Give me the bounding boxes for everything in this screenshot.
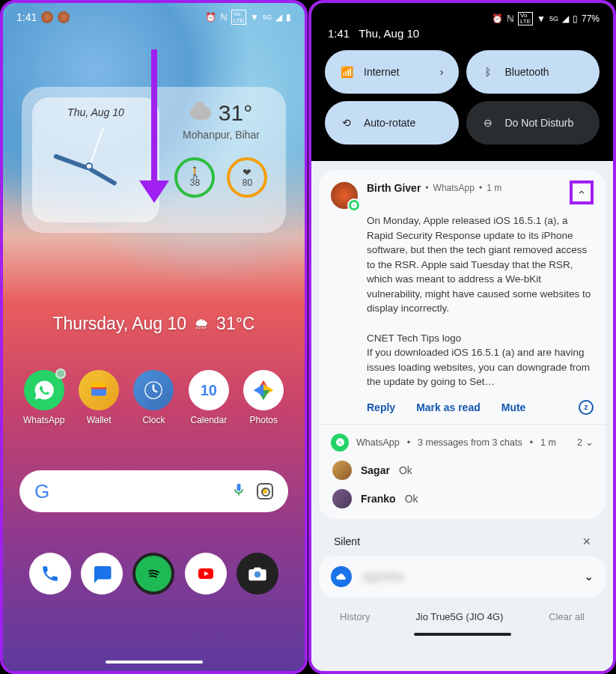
alarm-icon: ⏰ xyxy=(492,13,503,24)
wifi-icon: ▼ xyxy=(537,13,546,24)
battery-percent: 77% xyxy=(582,13,600,24)
conversation-item[interactable]: Sagar Ok xyxy=(332,461,594,480)
mark-read-button[interactable]: Mark as read xyxy=(416,401,481,413)
history-button[interactable]: History xyxy=(340,611,370,622)
wifi-icon: 📶 xyxy=(340,65,353,79)
notif-group-header[interactable]: WhatsApp • 3 messages from 3 chats • 1 m… xyxy=(331,434,594,452)
clear-all-button[interactable]: Clear all xyxy=(549,611,585,622)
dock-youtube[interactable] xyxy=(185,553,227,595)
collapse-button[interactable] xyxy=(570,180,594,204)
notifications-area[interactable]: Birth Giver • WhatsApp • 1 m On Monday, … xyxy=(311,161,613,671)
lens-icon[interactable] xyxy=(257,483,273,500)
status-time: 1:41 xyxy=(328,27,350,40)
rain-icon: 🌧 xyxy=(194,315,209,333)
shade-header: 1:41 Thu, Aug 10 xyxy=(311,27,613,50)
nav-handle[interactable] xyxy=(106,661,203,664)
nav-handle[interactable] xyxy=(414,633,511,636)
dock-camera[interactable] xyxy=(237,553,278,595)
shade-footer: History Jio True5G (JIO 4G) Clear all xyxy=(319,605,606,633)
volte-icon: VoLTE xyxy=(518,12,533,25)
cloud-icon xyxy=(190,106,211,120)
signal-5g-icon: 5G xyxy=(549,15,558,22)
status-bar: 1:41 ⏰ ℕ VoLTE ▼ 5G ◢ ▮ xyxy=(3,3,305,27)
group-app: WhatsApp xyxy=(356,437,400,448)
convo-name: Franko xyxy=(361,493,396,505)
group-time: 1 m xyxy=(540,437,556,448)
app-label: WhatsApp xyxy=(23,415,64,425)
bluetooth-icon: ᛒ xyxy=(481,65,495,79)
signal-5g-icon: 5G xyxy=(263,13,272,21)
location-label: Mohanpur, Bihar xyxy=(173,129,269,141)
app-whatsapp[interactable]: WhatsApp xyxy=(19,370,69,425)
group-count: 2 xyxy=(577,437,582,448)
qs-internet[interactable]: 📶 Internet › xyxy=(325,50,459,94)
notif-body: On Monday, Apple released iOS 16.5.1 (a)… xyxy=(367,213,594,389)
qs-dnd[interactable]: ⊖ Do Not Disturb xyxy=(466,101,600,145)
conversation-item[interactable]: Franko Ok xyxy=(332,489,594,508)
silent-notification[interactable]: agyieba ⌄ xyxy=(319,556,606,598)
widget-date: Thu, Aug 10 xyxy=(43,106,149,118)
shade-date: Thu, Aug 10 xyxy=(359,27,419,40)
avatar xyxy=(332,461,352,480)
close-icon[interactable]: × xyxy=(582,534,591,550)
dnd-icon: ⊖ xyxy=(481,116,495,130)
reply-button[interactable]: Reply xyxy=(367,401,395,413)
snooze-icon[interactable]: z xyxy=(579,400,594,415)
app-clock[interactable]: Clock xyxy=(129,370,178,425)
chevron-down-icon[interactable]: ⌄ xyxy=(584,569,594,583)
avatar xyxy=(332,489,352,508)
heart-icon: ❤ xyxy=(243,167,251,177)
qs-autorotate[interactable]: ⟲ Auto-rotate xyxy=(325,101,459,145)
chevron-down-icon[interactable]: ⌄ xyxy=(585,437,594,448)
qs-label: Bluetooth xyxy=(505,66,549,78)
app-label: Wallet xyxy=(87,415,112,425)
dock-messages[interactable] xyxy=(81,553,123,595)
home-wallpaper: 1:41 ⏰ ℕ VoLTE ▼ 5G ◢ ▮ Thu, Aug 10 xyxy=(3,3,305,671)
dock-spotify[interactable] xyxy=(132,553,174,595)
avatar xyxy=(331,182,358,209)
heart-points: 80 xyxy=(243,177,252,188)
rotate-icon: ⟲ xyxy=(340,116,353,130)
calendar-day: 10 xyxy=(201,382,217,399)
analog-clock[interactable]: Thu, Aug 10 xyxy=(32,97,159,222)
app-wallet[interactable]: Wallet xyxy=(74,370,123,425)
temperature: 31° xyxy=(219,100,252,126)
app-row: WhatsApp Wallet Clock 10 Calendar xyxy=(3,334,305,425)
steps-count: 38 xyxy=(190,177,200,188)
notif-actions: Reply Mark as read Mute z xyxy=(367,400,594,415)
convo-preview: Ok xyxy=(405,493,418,505)
convo-name: Sagar xyxy=(361,464,390,476)
app-photos[interactable]: Photos xyxy=(239,370,288,425)
notif-badge-icon xyxy=(41,11,53,23)
walk-icon: 🚶 xyxy=(189,167,201,177)
mute-button[interactable]: Mute xyxy=(501,401,526,413)
silent-label: Silent xyxy=(334,535,360,547)
quick-settings: 📶 Internet › ᛒ Bluetooth ⟲ Auto-rotate ⊖… xyxy=(311,50,613,161)
chevron-right-icon: › xyxy=(440,66,444,78)
steps-ring[interactable]: 🚶 38 xyxy=(174,157,215,198)
phone-home-screen: 1:41 ⏰ ℕ VoLTE ▼ 5G ◢ ▮ Thu, Aug 10 xyxy=(0,0,308,674)
svg-rect-2 xyxy=(91,383,106,387)
at-a-glance[interactable]: Thursday, Aug 10 🌧 31°C xyxy=(3,314,305,334)
battery-icon: ▯ xyxy=(573,13,578,24)
app-calendar[interactable]: 10 Calendar xyxy=(184,370,234,425)
cloud-icon xyxy=(331,566,352,587)
mic-icon[interactable] xyxy=(231,482,246,500)
qs-label: Auto-rotate xyxy=(364,117,415,129)
app-label: Photos xyxy=(250,415,278,425)
google-logo-icon: G xyxy=(34,480,49,503)
google-search-bar[interactable]: G xyxy=(19,470,288,512)
notif-app: WhatsApp xyxy=(433,183,475,193)
notif-time: 1 m xyxy=(487,183,501,193)
notif-sender: Birth Giver xyxy=(367,182,421,194)
status-bar: ⏰ ℕ VoLTE ▼ 5G ◢ ▯ 77% xyxy=(311,3,613,27)
notif-badge-icon xyxy=(58,11,70,23)
dock-phone[interactable] xyxy=(29,553,71,595)
signal-icon: ◢ xyxy=(562,13,569,24)
notification-card[interactable]: Birth Giver • WhatsApp • 1 m On Monday, … xyxy=(319,170,606,519)
group-summary: 3 messages from 3 chats xyxy=(418,437,522,448)
qs-bluetooth[interactable]: ᛒ Bluetooth xyxy=(466,50,600,94)
weather-panel[interactable]: 31° Mohanpur, Bihar 🚶 38 ❤ 80 xyxy=(167,97,275,222)
photos-icon xyxy=(243,370,284,410)
heart-ring[interactable]: ❤ 80 xyxy=(227,157,267,198)
